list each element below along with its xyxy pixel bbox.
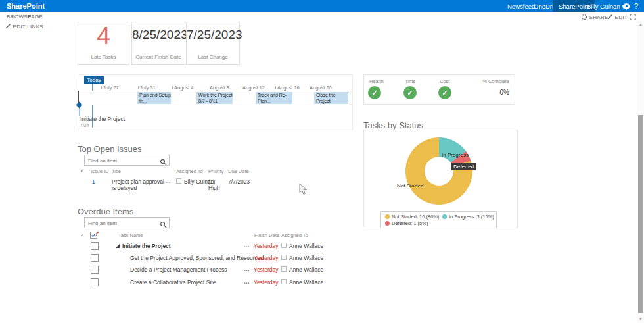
share-label: SHARE — [589, 14, 609, 20]
issues-search-box — [84, 155, 170, 166]
timeline-bar-plan[interactable]: Plan and Setup th... 7/31 - 8/4 — [137, 92, 171, 104]
share-button[interactable]: SHARE — [581, 14, 609, 20]
col-priority[interactable]: Priority — [208, 168, 223, 174]
edit-button[interactable]: EDIT — [607, 14, 628, 20]
user-name: Billy Guinan — [587, 3, 620, 10]
pencil-icon — [607, 14, 613, 20]
task-assigned-to: Anne Wallace — [281, 255, 323, 261]
task-assigned-to: Anne Wallace — [281, 266, 323, 273]
timeline-date: August 16 — [277, 85, 300, 91]
col-assigned-to[interactable]: Assigned To — [281, 232, 308, 238]
current-finish-date-value: 8/25/2023 — [132, 28, 185, 42]
task-name[interactable]: Initiate the Project — [116, 243, 171, 249]
last-change-value: 7/25/2023 — [187, 28, 239, 42]
help-icon: ? — [634, 2, 638, 10]
health-label: Health — [369, 78, 384, 84]
col-assigned-to[interactable]: Assigned To — [176, 168, 203, 174]
milestone-name: Initiate the Project — [80, 116, 125, 122]
col-title[interactable]: Title — [112, 168, 121, 174]
overdue-table: ✓ Task Name Finish Date Assigned To Init… — [78, 229, 340, 291]
issue-id-link[interactable]: 1 — [92, 178, 95, 185]
timeline-bar-close[interactable]: Close the Project 8/21 - 8/25 — [314, 92, 348, 104]
presence-icon — [281, 243, 287, 248]
help-button[interactable]: ? — [634, 0, 638, 12]
select-column-icon[interactable]: ✓ — [80, 168, 84, 174]
col-issue-id[interactable]: Issue ID — [91, 168, 109, 174]
presence-icon — [281, 279, 287, 284]
timeline-band: Plan and Setup th... 7/31 - 8/4 Work the… — [78, 91, 352, 105]
overdue-search-input[interactable] — [87, 218, 158, 228]
donut-hole — [425, 157, 453, 186]
percent-complete-label: % Complete — [482, 78, 509, 84]
in-progress-dot-icon — [442, 214, 447, 219]
task-name[interactable]: Decide a Project Management Process — [130, 266, 227, 273]
not-started-dot-icon — [385, 214, 390, 219]
issue-due-date: 7/7/2023 — [228, 178, 250, 185]
task-ellipsis-menu[interactable]: … — [244, 242, 250, 249]
row-checkbox[interactable] — [91, 278, 99, 286]
settings-gear-button[interactable] — [623, 0, 630, 12]
timeline-date: August 12 — [242, 85, 265, 91]
bar-name: Close the Project — [316, 93, 336, 103]
timeline-bar-work[interactable]: Work the Project 8/7 - 8/11 — [196, 92, 233, 104]
bar-name: Work the Project — [198, 93, 233, 97]
select-column-icon[interactable]: ✓ — [80, 232, 84, 238]
task-ellipsis-menu[interactable]: … — [244, 278, 250, 285]
timeline-date: August 20 — [310, 85, 332, 91]
task-ellipsis-menu[interactable]: … — [244, 254, 250, 261]
task-ellipsis-menu[interactable]: … — [244, 266, 250, 272]
milestone-date: 7/24 — [80, 123, 89, 128]
col-due-date[interactable]: Due Date — [228, 168, 249, 174]
task-finish-date: Yesterday — [254, 266, 279, 273]
user-menu[interactable]: Billy Guinan ▾ — [587, 0, 625, 12]
project-timeline: Today July 27 July 31 August 4 August 8 … — [78, 74, 353, 130]
col-finish-date[interactable]: Finish Date — [254, 232, 279, 238]
slice-label-deferred: Deferred — [451, 163, 476, 170]
scroll-down-icon[interactable]: ▼ — [638, 317, 643, 321]
issues-search-input[interactable] — [87, 156, 158, 165]
collapse-triangle-icon[interactable] — [116, 244, 120, 248]
col-task-name[interactable]: Task Name — [118, 232, 143, 238]
task-assigned-to: Anne Wallace — [281, 243, 323, 249]
issue-priority: (1) High — [208, 178, 221, 191]
health-ok-icon: ✓ — [368, 86, 381, 99]
select-all-icon[interactable] — [90, 230, 99, 242]
scroll-up-icon[interactable]: ▲ — [638, 22, 643, 26]
last-change-label: Last Change — [187, 54, 239, 60]
share-icon — [581, 14, 587, 20]
percent-complete-value: 0% — [500, 89, 509, 96]
row-checkbox[interactable] — [91, 266, 99, 274]
edit-links-button[interactable]: EDIT LINKS — [5, 23, 43, 30]
scrollbar-thumb[interactable] — [638, 115, 643, 313]
tile-last-change: 7/25/2023 Last Change — [186, 22, 240, 65]
deferred-dot-icon — [385, 221, 390, 226]
task-name[interactable]: Create a Collaborative Project Site — [130, 279, 216, 286]
task-finish-date: Yesterday — [254, 243, 279, 249]
focus-content-button[interactable] — [630, 14, 636, 22]
legend-item-deferred: Deferred: 1 (5%) — [385, 220, 428, 226]
timeline-bar-track[interactable]: Track and Re-Plan... 8/14 - 8/18 — [256, 92, 292, 104]
bar-name: Track and Re-Plan... — [258, 93, 287, 103]
cost-ok-icon: ✓ — [438, 86, 451, 99]
tasks-by-status-title: Tasks by Status — [363, 120, 423, 130]
row-checkbox[interactable] — [91, 242, 99, 250]
cost-label: Cost — [440, 78, 449, 84]
issue-title[interactable]: Project plan approval is delayed — [112, 178, 167, 191]
late-tasks-value: 4 — [78, 22, 129, 50]
tile-late-tasks: 4 Late Tasks — [78, 22, 129, 65]
gear-icon — [623, 3, 630, 10]
pencil-icon — [5, 24, 11, 30]
bar-range: 8/7 - 8/11 — [198, 99, 218, 103]
fullscreen-icon — [630, 16, 636, 22]
sharepoint-logo: SharePoint — [7, 2, 45, 10]
tab-page[interactable]: PAGE — [28, 14, 43, 20]
current-finish-date-label: Current Finish Date — [132, 54, 185, 60]
issue-ellipsis-menu[interactable]: … — [165, 178, 172, 184]
task-finish-date: Yesterday — [254, 279, 279, 286]
task-finish-date: Yesterday — [254, 255, 279, 261]
tile-current-finish-date: 8/25/2023 Current Finish Date — [131, 22, 185, 65]
overdue-search-box — [84, 217, 170, 228]
row-checkbox[interactable] — [91, 254, 99, 262]
overdue-items-title: Overdue Items — [78, 207, 133, 216]
timeline-date: July 27 — [103, 85, 119, 91]
